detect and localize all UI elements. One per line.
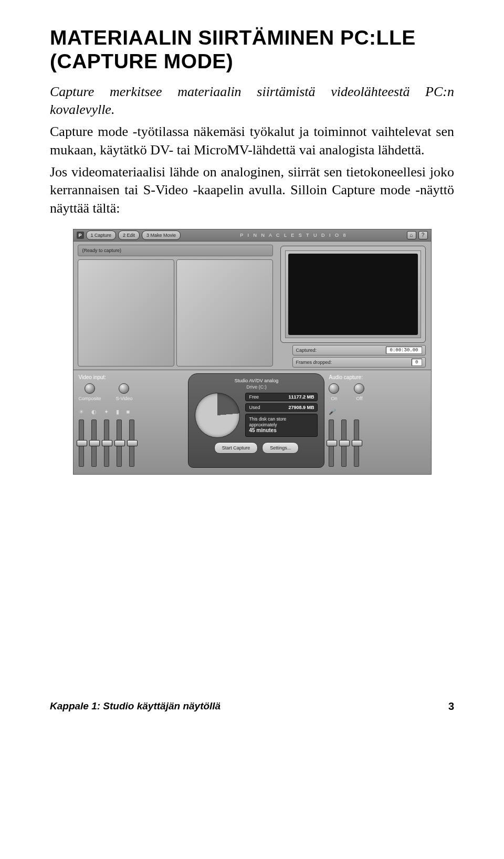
hue-slider[interactable] — [117, 420, 122, 467]
disk-used-row: Used 27908.9 MB — [245, 403, 318, 412]
capture-mode-screenshot: P 1 Capture 2 Edit 3 Make Movie P I N N … — [73, 229, 432, 475]
app-brand-label: P I N N A C L E S T U D I O 8 — [183, 233, 404, 238]
saturation-icon: ■ — [127, 408, 130, 415]
video-input-title: Video input: — [79, 374, 183, 380]
captured-value: 0:00:30.00 — [386, 347, 422, 354]
radio-composite[interactable]: Composite — [79, 383, 101, 401]
app-logo-icon: P — [77, 232, 84, 239]
footer-chapter-label: Kappale 1: Studio käyttäjän näytöllä — [50, 700, 220, 712]
diskometer-device: Studio AV/DV analog Drive (C:) Free 1117… — [188, 373, 324, 468]
microphone-icon: 🎤 — [329, 408, 336, 415]
monitor-panel: Captured: 0:00:30.00 Frames dropped: 0 — [277, 242, 431, 370]
brightness-slider[interactable] — [79, 420, 84, 467]
radio-audio-off-label: Off — [356, 396, 363, 401]
audio-sliders — [329, 420, 423, 467]
disk-free-row: Free 11177.2 MB — [245, 393, 318, 401]
radio-audio-on[interactable]: On — [329, 383, 339, 401]
tab-make-movie[interactable]: 3 Make Movie — [142, 231, 181, 240]
disk-note-value: 45 minutes — [249, 427, 276, 433]
preview-monitor — [280, 246, 426, 343]
contrast-icon: ◐ — [91, 408, 97, 415]
disk-note-line2: approximately — [249, 422, 277, 427]
video-sliders — [79, 420, 183, 467]
capture-status: (Ready to capture) — [78, 245, 273, 256]
page-footer: Kappale 1: Studio käyttäjän näytöllä 3 — [50, 700, 454, 713]
settings-button[interactable]: Settings... — [262, 442, 299, 454]
disk-note-line1: This disk can store — [249, 416, 286, 422]
audio-capture-section: Audio capture: On Off 🎤 — [324, 370, 430, 474]
frames-dropped-label: Frames dropped: — [296, 360, 332, 365]
disk-used-value: 27908.9 MB — [288, 405, 314, 410]
radio-svideo[interactable]: S-Video — [116, 383, 133, 401]
paragraph-lead: Capture merkitsee materiaalin siirtämist… — [50, 83, 454, 119]
home-button[interactable]: ⌂ — [407, 231, 416, 239]
captured-label: Captured: — [296, 348, 317, 353]
disk-used-label: Used — [249, 405, 260, 410]
radio-dot-icon — [119, 383, 129, 394]
saturation-slider[interactable] — [129, 420, 134, 467]
diskometer-section: Studio AV/DV analog Drive (C:) Free 1117… — [188, 370, 324, 474]
audio-capture-title: Audio capture: — [329, 374, 423, 380]
album-panel: (Ready to capture) — [74, 242, 277, 370]
radio-composite-label: Composite — [79, 396, 101, 401]
bottom-panel: Video input: Composite S-Video ☀ ◐ ✦ ▮ — [74, 370, 431, 474]
disk-capacity-note: This disk can store approximately 45 min… — [245, 414, 318, 437]
album-page-left[interactable] — [78, 259, 174, 366]
disk-stats: Free 11177.2 MB Used 27908.9 MB This dis… — [245, 393, 318, 438]
video-adjust-icons: ☀ ◐ ✦ ▮ ■ — [79, 408, 183, 415]
audio-right-slider[interactable] — [354, 420, 359, 467]
frames-dropped-value: 0 — [412, 359, 422, 366]
help-button[interactable]: ? — [418, 231, 428, 239]
help-icon: ? — [422, 232, 425, 238]
sharpness-icon: ✦ — [104, 408, 109, 415]
album-page-right[interactable] — [176, 259, 273, 366]
preview-video-area — [288, 254, 418, 335]
tab-edit[interactable]: 2 Edit — [118, 231, 140, 240]
disk-pie-icon — [195, 393, 240, 438]
disk-free-value: 11177.2 MB — [288, 394, 314, 400]
app-toolbar: P 1 Capture 2 Edit 3 Make Movie P I N N … — [74, 229, 431, 242]
radio-audio-off[interactable]: Off — [354, 383, 364, 401]
middle-area: (Ready to capture) Captured: 0:00:30.00 — [74, 242, 431, 370]
footer-page-number: 3 — [448, 700, 454, 713]
disk-free-label: Free — [249, 394, 259, 400]
drive-label[interactable]: Drive (C:) — [195, 384, 318, 390]
frames-dropped-readout: Frames dropped: 0 — [292, 357, 426, 368]
capture-source-label: Studio AV/DV analog — [195, 378, 318, 383]
page-heading: MATERIAALIN SIIRTÄMINEN PC:LLE (CAPTURE … — [50, 26, 454, 74]
start-capture-button[interactable]: Start Capture — [214, 442, 258, 454]
brightness-icon: ☀ — [79, 408, 84, 415]
album-book — [78, 259, 273, 366]
radio-dot-icon — [85, 383, 95, 394]
radio-dot-icon — [329, 383, 339, 394]
radio-svideo-label: S-Video — [116, 396, 133, 401]
monitor-readouts: Captured: 0:00:30.00 Frames dropped: 0 — [280, 345, 426, 368]
audio-balance-slider[interactable] — [341, 420, 346, 467]
home-icon: ⌂ — [410, 232, 413, 238]
audio-left-slider[interactable] — [329, 420, 334, 467]
paragraph-2: Capture mode -työtilassa näkemäsi työkal… — [50, 123, 454, 159]
video-input-section: Video input: Composite S-Video ☀ ◐ ✦ ▮ — [74, 370, 188, 474]
radio-dot-icon — [354, 383, 364, 394]
captured-readout: Captured: 0:00:30.00 — [292, 345, 426, 355]
radio-audio-on-label: On — [331, 396, 337, 401]
contrast-slider[interactable] — [91, 420, 97, 467]
tab-capture[interactable]: 1 Capture — [86, 231, 117, 240]
hue-icon: ▮ — [116, 408, 119, 415]
sharpness-slider[interactable] — [104, 420, 109, 467]
paragraph-3: Jos videomateriaalisi lähde on analogine… — [50, 163, 454, 217]
